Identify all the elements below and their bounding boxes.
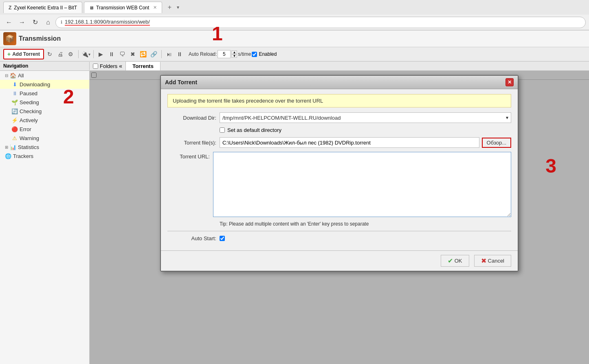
tab-zyxel[interactable]: Z Zyxel Keenetic Extra II – BitT <box>3 2 82 13</box>
modal-overlay: Add Torrent ✕ Uploading the torrent file… <box>90 71 589 364</box>
url-tip: Tip: Please add multiple content with an… <box>220 221 511 227</box>
move-button[interactable]: 🔁 <box>138 49 148 59</box>
sidebar-item-actively[interactable]: ⚡ Actively <box>0 116 89 125</box>
print-button[interactable]: 🖨 <box>55 49 65 59</box>
default-dir-row: Set as default directory <box>220 127 511 133</box>
settings-button[interactable]: ⚙ <box>66 49 76 59</box>
set-default-checkbox[interactable] <box>220 127 225 133</box>
download-dir-select[interactable]: /tmp/mnt/PK-HELPCOM/NET-WELL.RU/download… <box>220 112 511 123</box>
tab-transmission[interactable]: 🖥 Transmission WEB Cont ✕ <box>84 2 162 13</box>
spin-up-button[interactable]: ▲ <box>231 50 237 54</box>
app-container: 📦 Transmission + Add Torrent ↻ 🖨 ⚙ 🔌 ▾ ▶… <box>0 31 589 364</box>
tab-close-icon[interactable]: ✕ <box>153 5 157 10</box>
separator-2 <box>93 50 94 58</box>
auto-start-checkbox[interactable] <box>220 236 225 241</box>
address-bar[interactable]: ℹ 192.168.1.1:8090/transmission/web/ <box>55 17 586 28</box>
forward-button[interactable]: → <box>16 17 28 28</box>
sidebar-item-downloading[interactable]: ⬇ Downloading <box>0 80 89 89</box>
sidebar-all-label: All <box>18 72 24 79</box>
enabled-check-input[interactable] <box>252 52 257 57</box>
refresh-button[interactable]: ↻ <box>45 49 55 59</box>
stop-button[interactable]: 🗨 <box>117 49 127 59</box>
sidebar-item-error[interactable]: 🔴 Error <box>0 125 89 134</box>
torrent-url-textarea[interactable] <box>213 152 511 217</box>
modal-close-button[interactable]: ✕ <box>505 78 514 86</box>
ok-icon: ✔ <box>448 257 453 265</box>
browser-tabbar: Z Zyxel Keenetic Extra II – BitT 🖥 Trans… <box>0 0 589 15</box>
app-header: 📦 Transmission <box>0 31 589 47</box>
cancel-icon: ✖ <box>481 257 486 265</box>
sidebar-error-label: Error <box>20 126 31 132</box>
sidebar-item-trackers[interactable]: 🌐 Trackers <box>0 151 89 160</box>
sidebar-seeding-label: Seeding <box>20 99 39 105</box>
all-icon: 🏠 <box>10 72 16 79</box>
actively-icon: ⚡ <box>11 117 18 123</box>
sidebar-item-statistics[interactable]: ⊞ 📊 Statistics <box>0 143 89 151</box>
plugin-button[interactable]: 🔌 ▾ <box>81 49 91 59</box>
back-button[interactable]: ← <box>3 17 15 28</box>
tab-transmission-label: Transmission WEB Cont <box>96 5 149 11</box>
all-expand-icon: ⊟ <box>5 73 8 78</box>
collapse-icon[interactable]: « <box>119 63 122 69</box>
enabled-checkbox[interactable]: Enabled <box>252 51 277 57</box>
tab-zyxel-label: Zyxel Keenetic Extra II – BitT <box>14 5 77 11</box>
nav-tabs-bar: Navigation Folders « Torrents <box>0 61 589 71</box>
modal-title-bar: Add Torrent ✕ <box>161 76 518 89</box>
separator-3 <box>161 50 162 58</box>
tab-dropdown-button[interactable]: ▾ <box>177 4 179 10</box>
download-dir-label: Download Dir: <box>167 115 216 121</box>
enabled-label: Enabled <box>259 51 277 57</box>
reload-button[interactable]: ↻ <box>29 17 41 28</box>
remove-button[interactable]: ✖ <box>128 49 138 59</box>
play-button[interactable]: ▶ <box>96 49 106 59</box>
stats-expand-icon: ⊞ <box>5 145 8 149</box>
folders-section: Folders « <box>90 61 126 70</box>
sidebar-item-checking[interactable]: 🔄 Checking <box>0 107 89 116</box>
home-button[interactable]: ⌂ <box>42 17 54 28</box>
sidebar: ⊟ 🏠 All ⬇ Downloading ⏸ Paused 🌱 Seeding… <box>0 71 90 364</box>
app-logo: 📦 Transmission <box>3 32 61 45</box>
sidebar-trackers-label: Trackers <box>13 153 33 159</box>
torrents-tab[interactable]: Torrents <box>126 62 160 70</box>
sidebar-item-paused[interactable]: ⏸ Paused <box>0 89 89 98</box>
torrent-file-input[interactable] <box>220 137 479 148</box>
plus-icon: + <box>7 51 11 57</box>
add-torrent-button[interactable]: + Add Torrent <box>3 49 44 59</box>
statistics-icon: 📊 <box>10 144 16 150</box>
pause-all-button[interactable]: ⏸ <box>175 49 185 59</box>
seeding-icon: 🌱 <box>11 99 18 105</box>
ok-label: OK <box>455 258 462 264</box>
torrent-url-row: Torrent URL: <box>167 152 511 217</box>
sidebar-item-all[interactable]: ⊟ 🏠 All <box>0 71 89 80</box>
navigation-tab-label[interactable]: Navigation <box>3 63 28 69</box>
auto-reload-input[interactable] <box>218 50 231 58</box>
ok-button[interactable]: ✔ OK <box>441 255 469 267</box>
trackers-icon: 🌐 <box>5 153 11 159</box>
folders-checkbox[interactable] <box>93 64 98 69</box>
download-dir-dropdown-icon: ▾ <box>506 115 508 121</box>
sidebar-checking-label: Checking <box>20 108 42 114</box>
cancel-label: Cancel <box>488 258 504 264</box>
new-tab-button[interactable]: + <box>164 2 175 13</box>
link-button[interactable]: 🔗 <box>149 49 159 59</box>
cancel-button[interactable]: ✖ Cancel <box>474 255 511 267</box>
tab-zyxel-favicon: Z <box>9 5 11 11</box>
browse-button[interactable]: Обзор... <box>482 138 511 148</box>
auto-reload-label: Auto Reload: <box>189 51 217 57</box>
sidebar-item-seeding[interactable]: 🌱 Seeding <box>0 98 89 107</box>
auto-reload-spin[interactable]: ▲ ▼ <box>231 50 237 58</box>
start-all-button[interactable]: ⏯ <box>164 49 174 59</box>
spin-down-button[interactable]: ▼ <box>231 54 237 58</box>
set-default-label: Set as default directory <box>227 127 281 133</box>
folders-label[interactable]: Folders <box>100 63 117 69</box>
browser-toolbar: ← → ↻ ⌂ ℹ 192.168.1.1:8090/transmission/… <box>0 15 589 30</box>
modal-body: Uploading the torrent file takes precede… <box>161 89 518 250</box>
sidebar-item-warning[interactable]: ⚠ Warning <box>0 134 89 143</box>
toolbar: + Add Torrent ↻ 🖨 ⚙ 🔌 ▾ ▶ ⏸ 🗨 ✖ 🔁 🔗 ⏯ ⏸ … <box>0 47 589 61</box>
logo-icon: 📦 <box>3 32 16 45</box>
sidebar-warning-label: Warning <box>20 135 39 141</box>
pause-button[interactable]: ⏸ <box>107 49 116 59</box>
modal-title: Add Torrent <box>165 79 197 86</box>
content-area: ⊟ 🏠 All ⬇ Downloading ⏸ Paused 🌱 Seeding… <box>0 71 589 364</box>
download-dir-row: Download Dir: /tmp/mnt/PK-HELPCOM/NET-WE… <box>167 112 511 123</box>
